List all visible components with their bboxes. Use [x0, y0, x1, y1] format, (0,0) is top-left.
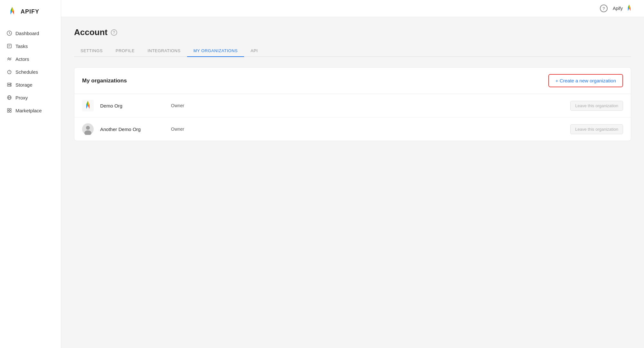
logo-text: APIFY — [21, 8, 39, 15]
svg-point-17 — [10, 85, 11, 86]
sidebar-item-storage[interactable]: Storage — [0, 79, 61, 91]
dashboard-icon — [6, 30, 12, 36]
sidebar-item-marketplace[interactable]: Marketplace — [0, 104, 61, 117]
svg-rect-24 — [10, 111, 11, 112]
sidebar-item-actors[interactable]: Actors — [0, 53, 61, 65]
org-row: Demo Org Owner Leave this organization — [74, 94, 631, 118]
sidebar-item-tasks[interactable]: Tasks — [0, 40, 61, 52]
account-tabs: SETTINGS PROFILE INTEGRATIONS MY ORGANIZ… — [74, 45, 631, 57]
help-icon: ? — [602, 6, 605, 11]
proxy-icon — [6, 95, 12, 100]
topbar: ? Apify — [61, 0, 644, 17]
tab-settings[interactable]: SETTINGS — [74, 45, 109, 57]
sidebar-logo[interactable]: APIFY — [0, 0, 61, 23]
org-avatar-another — [82, 123, 94, 135]
leave-org-button-another[interactable]: Leave this organization — [570, 124, 623, 134]
svg-line-13 — [9, 71, 10, 72]
actors-icon — [6, 56, 12, 62]
svg-point-16 — [10, 83, 11, 84]
svg-point-36 — [86, 126, 90, 130]
svg-rect-22 — [10, 108, 11, 110]
user-avatar-icon — [625, 4, 634, 13]
org-name-another: Another Demo Org — [100, 127, 165, 132]
org-card-title: My organizations — [82, 78, 127, 84]
apify-logo-icon — [6, 6, 18, 17]
page-title: Account — [74, 27, 108, 37]
tasks-icon — [6, 43, 12, 49]
storage-icon — [6, 82, 12, 88]
tab-profile[interactable]: PROFILE — [109, 45, 141, 57]
sidebar-item-label-schedules: Schedules — [15, 69, 38, 75]
svg-rect-8 — [7, 44, 11, 48]
sidebar-item-label-storage: Storage — [15, 82, 33, 88]
create-organization-button[interactable]: + Create a new organization — [548, 74, 623, 87]
help-button[interactable]: ? — [600, 5, 608, 12]
org-row: Another Demo Org Owner Leave this organi… — [74, 118, 631, 141]
schedules-icon — [6, 69, 12, 75]
page-title-row: Account ? — [74, 27, 631, 37]
org-avatar-demo — [82, 100, 94, 111]
tab-my-organizations[interactable]: MY ORGANIZATIONS — [187, 45, 244, 57]
page-help-icon[interactable]: ? — [111, 29, 117, 36]
org-name-demo: Demo Org — [100, 103, 165, 108]
page-content: Account ? SETTINGS PROFILE INTEGRATIONS … — [61, 17, 644, 348]
organizations-card: My organizations + Create a new organiza… — [74, 67, 631, 141]
sidebar-item-schedules[interactable]: Schedules — [0, 66, 61, 78]
svg-rect-23 — [7, 111, 9, 112]
sidebar-item-label-dashboard: Dashboard — [15, 31, 39, 36]
sidebar-nav: Dashboard Tasks Actors Schedules Storage — [0, 23, 61, 120]
tab-integrations[interactable]: INTEGRATIONS — [141, 45, 187, 57]
org-role-demo: Owner — [171, 103, 564, 108]
tab-api[interactable]: API — [244, 45, 264, 57]
sidebar-item-label-actors: Actors — [15, 56, 29, 62]
sidebar-item-dashboard[interactable]: Dashboard — [0, 27, 61, 39]
sidebar-item-proxy[interactable]: Proxy — [0, 91, 61, 104]
svg-rect-21 — [7, 108, 9, 110]
main-content: ? Apify Account ? SETTINGS PROFILE INTEG… — [61, 0, 644, 348]
org-card-header: My organizations + Create a new organiza… — [74, 68, 631, 94]
sidebar-item-label-proxy: Proxy — [15, 95, 28, 100]
marketplace-icon — [6, 108, 12, 113]
sidebar-item-label-tasks: Tasks — [15, 43, 28, 49]
sidebar-item-label-marketplace: Marketplace — [15, 108, 42, 113]
leave-org-button-demo[interactable]: Leave this organization — [570, 101, 623, 111]
user-label: Apify — [613, 6, 623, 11]
org-role-another: Owner — [171, 127, 564, 132]
svg-line-7 — [9, 33, 10, 34]
user-menu[interactable]: Apify — [613, 4, 634, 13]
sidebar: APIFY Dashboard Tasks Actors Schedules — [0, 0, 61, 348]
